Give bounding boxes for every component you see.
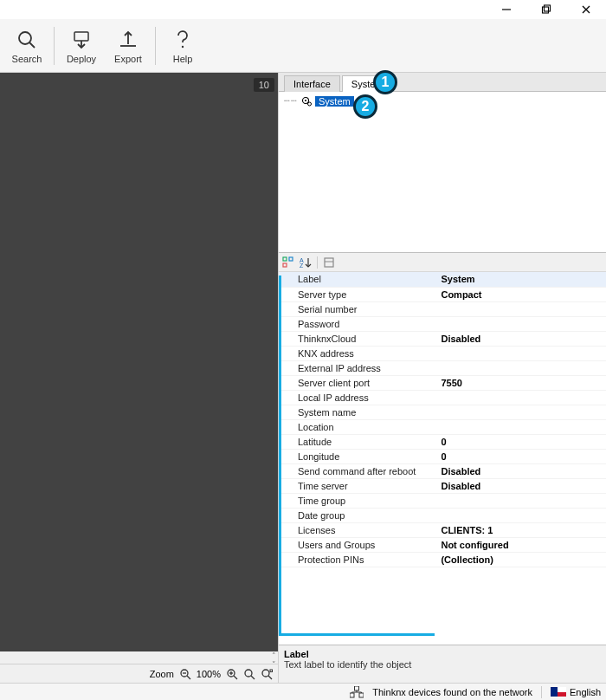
window-titlebar	[0, 0, 606, 19]
property-value[interactable]: Disabled	[435, 463, 606, 478]
property-row[interactable]: Send command after rebootDisabled	[279, 463, 606, 478]
zoom-toolbar: Zoom 100%	[0, 664, 278, 683]
search-icon	[15, 28, 39, 52]
property-pages-icon[interactable]	[323, 256, 335, 269]
network-status-text: Thinknx devices found on the network	[372, 687, 532, 697]
svg-text:Z: Z	[300, 262, 304, 269]
property-row[interactable]: KNX address	[279, 346, 606, 360]
language-selector[interactable]: English	[551, 687, 601, 697]
tab-interface[interactable]: Interface	[284, 75, 340, 92]
property-label: Label	[279, 272, 435, 287]
svg-rect-29	[283, 263, 287, 267]
left-panel: 10 ˄˅ Zoom 100%	[0, 73, 278, 683]
property-value[interactable]	[435, 360, 606, 375]
svg-point-19	[245, 670, 252, 677]
property-value[interactable]: 7550	[435, 375, 606, 390]
toolbar-separator	[155, 27, 156, 65]
property-toolbar: AZ	[279, 253, 606, 272]
property-description-text: Text label to identify the object	[284, 659, 601, 670]
property-value[interactable]: Disabled	[435, 478, 606, 493]
window-minimize-button[interactable]	[487, 0, 526, 19]
property-label: Location	[279, 419, 435, 434]
zoom-fit-icon[interactable]	[243, 668, 255, 680]
property-value[interactable]: 0	[435, 434, 606, 449]
property-row[interactable]: LabelSystem	[279, 272, 606, 287]
svg-line-6	[29, 42, 35, 48]
help-label: Help	[173, 54, 193, 64]
svg-rect-27	[283, 257, 287, 261]
export-icon	[116, 28, 140, 52]
property-label: Licenses	[279, 522, 435, 537]
property-value[interactable]: CLIENTS: 1	[435, 522, 606, 537]
property-label: Time server	[279, 478, 435, 493]
property-value[interactable]	[435, 316, 606, 331]
categorized-view-icon[interactable]	[282, 256, 294, 269]
property-value[interactable]: Not configured	[435, 537, 606, 552]
property-value[interactable]: 0	[435, 449, 606, 463]
property-row[interactable]: Server client port7550	[279, 375, 606, 390]
property-value[interactable]	[435, 419, 606, 434]
alphabetical-view-icon[interactable]: AZ	[300, 256, 312, 269]
property-value[interactable]: Disabled	[435, 331, 606, 346]
property-label: Protection PINs	[279, 552, 435, 567]
tree-branch-icon: ┄┄	[284, 95, 298, 107]
property-label: Users and Groups	[279, 537, 435, 552]
property-value[interactable]	[435, 493, 606, 508]
properties-grid[interactable]: LabelSystemServer typeCompactSerial numb…	[279, 272, 606, 645]
property-row[interactable]: Password	[279, 316, 606, 331]
deploy-button[interactable]: Deploy	[60, 21, 103, 71]
property-value[interactable]	[435, 405, 606, 419]
property-row[interactable]: Longitude0	[279, 449, 606, 463]
help-button[interactable]: Help	[161, 21, 204, 71]
property-value[interactable]	[435, 301, 606, 316]
property-row[interactable]: ThinknxCloudDisabled	[279, 331, 606, 346]
search-button[interactable]: Search	[5, 21, 48, 71]
property-label: Server client port	[279, 375, 435, 390]
system-tree[interactable]: ┄┄ System 2	[279, 92, 606, 253]
property-row[interactable]: Server typeCompact	[279, 287, 606, 301]
property-label: Longitude	[279, 449, 435, 463]
property-row[interactable]: Time group	[279, 493, 606, 508]
export-button[interactable]: Export	[106, 21, 150, 71]
property-row[interactable]: Serial number	[279, 301, 606, 316]
flag-icon	[551, 687, 566, 697]
property-row[interactable]: Time serverDisabled	[279, 478, 606, 493]
property-row[interactable]: Protection PINs(Collection)	[279, 552, 606, 567]
property-value[interactable]	[435, 390, 606, 405]
network-status-icon	[350, 686, 364, 698]
language-label: English	[570, 687, 601, 697]
design-canvas[interactable]: 10	[0, 73, 278, 651]
property-row[interactable]: Date group	[279, 508, 606, 522]
property-row[interactable]: Latitude0	[279, 434, 606, 449]
property-value[interactable]: Compact	[435, 287, 606, 301]
window-maximize-button[interactable]	[526, 0, 566, 19]
property-value[interactable]: (Collection)	[435, 552, 606, 567]
zoom-in-icon[interactable]	[226, 668, 238, 680]
property-row[interactable]: External IP address	[279, 360, 606, 375]
svg-line-13	[187, 676, 190, 679]
main-toolbar: Search Deploy Export Help	[0, 19, 606, 73]
zoom-actual-icon[interactable]	[261, 668, 273, 680]
property-value[interactable]	[435, 508, 606, 522]
window-close-button[interactable]	[566, 0, 606, 19]
property-label: Latitude	[279, 434, 435, 449]
property-label: External IP address	[279, 360, 435, 375]
property-row[interactable]: Users and GroupsNot configured	[279, 537, 606, 552]
svg-rect-23	[270, 670, 273, 672]
property-row[interactable]: Local IP address	[279, 390, 606, 405]
svg-point-11	[182, 45, 184, 47]
property-row[interactable]: Location	[279, 419, 606, 434]
deploy-icon	[69, 28, 93, 52]
property-label: ThinknxCloud	[279, 331, 435, 346]
property-label: Server type	[279, 287, 435, 301]
property-label: Time group	[279, 493, 435, 508]
toolbar-separator	[54, 27, 55, 65]
property-label: Local IP address	[279, 390, 435, 405]
property-value[interactable]	[435, 346, 606, 360]
tree-node-system[interactable]: ┄┄ System	[284, 95, 601, 107]
property-row[interactable]: System name	[279, 405, 606, 419]
property-value[interactable]: System	[435, 272, 606, 287]
svg-rect-1	[543, 7, 549, 13]
property-row[interactable]: LicensesCLIENTS: 1	[279, 522, 606, 537]
zoom-out-icon[interactable]	[179, 668, 191, 680]
